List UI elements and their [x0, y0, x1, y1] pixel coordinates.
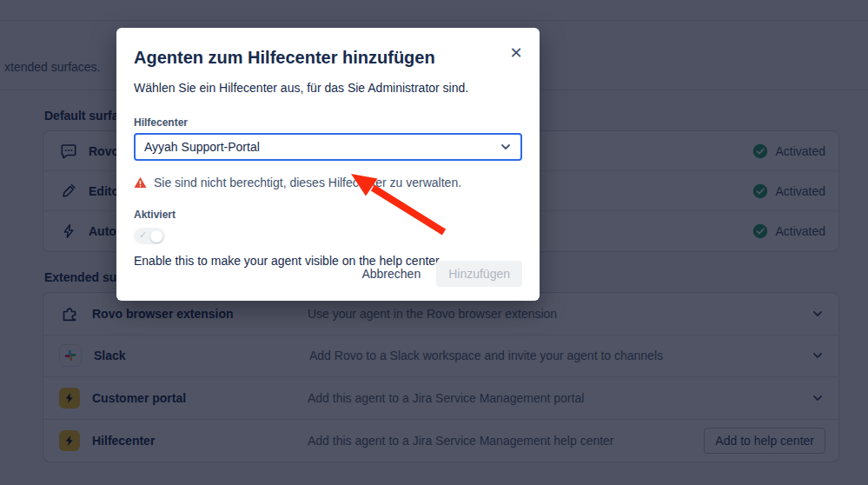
toggle-check-icon: ✓ [139, 229, 147, 241]
dialog-footer: Abbrechen Hinzufügen [353, 261, 522, 287]
dialog-title: Agenten zum Hilfecenter hinzufügen [134, 47, 498, 68]
select-value: Ayyah Support-Portal [144, 140, 500, 154]
dialog-subtitle: Wählen Sie ein Hilfecenter aus, für das … [134, 81, 522, 95]
permission-warning: Sie sind nicht berechtigt, dieses Hilfec… [134, 176, 522, 189]
warning-triangle-icon [134, 176, 147, 189]
activated-toggle[interactable]: ✓ [134, 228, 165, 244]
cancel-button[interactable]: Abbrechen [353, 262, 429, 286]
submit-button[interactable]: Hinzufügen [436, 261, 522, 287]
page: xtended surfaces. Default surfaces Rovo … [0, 0, 868, 485]
close-icon[interactable]: ✕ [505, 42, 527, 64]
help-center-select[interactable]: Ayyah Support-Portal [134, 133, 522, 161]
warning-text: Sie sind nicht berechtigt, dieses Hilfec… [154, 176, 461, 189]
chevron-down-icon [500, 141, 512, 153]
toggle-knob [150, 230, 162, 242]
add-agent-to-help-center-dialog: Agenten zum Hilfecenter hinzufügen ✕ Wäh… [116, 28, 540, 301]
help-center-field-label: Hilfecenter [134, 116, 522, 129]
activated-toggle-label: Aktiviert [134, 209, 522, 221]
